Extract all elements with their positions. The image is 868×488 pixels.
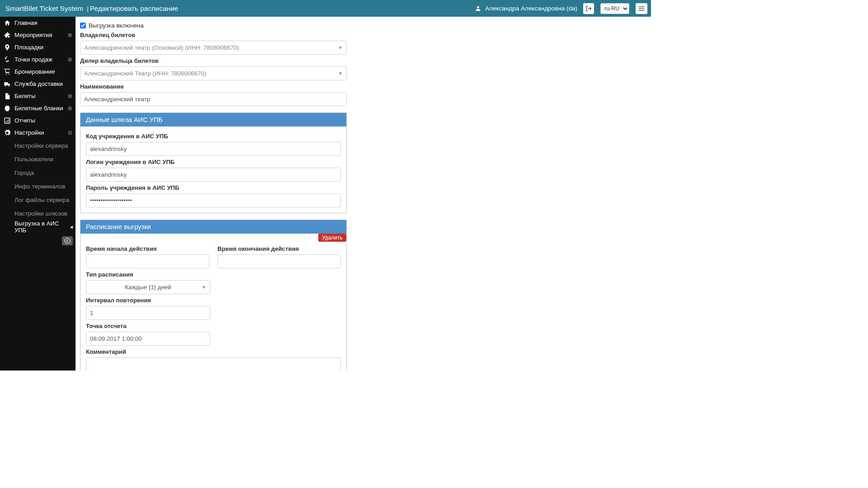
caret-down-icon: ▼ — [338, 45, 343, 50]
svg-point-4 — [6, 74, 7, 75]
delete-button[interactable]: Удалить — [318, 234, 346, 242]
end-input[interactable] — [217, 254, 341, 268]
dealer-label: Дилер владельца билетов — [80, 57, 347, 64]
sidebar-item-delivery[interactable]: Служба доставки — [0, 78, 75, 90]
sidebar-sub-label: Пользователи — [14, 156, 53, 163]
sidebar-item-settings[interactable]: Настройки ⊟ — [0, 127, 75, 139]
name-input[interactable] — [80, 92, 347, 106]
print-icon — [4, 105, 11, 112]
sidebar-item-events[interactable]: Мероприятия ⊞ — [0, 29, 75, 41]
menu-button[interactable] — [636, 3, 647, 14]
gear-icon — [4, 129, 11, 136]
sidebar-item-label: Точки продаж — [14, 56, 68, 63]
comment-label: Комментарий — [86, 348, 341, 355]
page-title: Редактировать расписание — [90, 5, 179, 13]
upload-enabled-label: Выгрузка включена — [89, 22, 144, 29]
user-block: Александра Александровна (da) ru-RU — [475, 3, 647, 14]
schedule-panel-title: Расписание выгрузки — [80, 220, 346, 234]
sidebar-sub-logs[interactable]: Лог файлы сервера — [0, 193, 75, 206]
user-name[interactable]: Александра Александровна (da) — [485, 5, 577, 12]
dealer-select[interactable]: Александринский Театр (ИНН: 7808006670) … — [80, 66, 347, 80]
title-separator: | — [87, 5, 89, 12]
cart-icon — [4, 68, 11, 75]
chevron-right-icon: ◂ — [70, 224, 73, 230]
owner-select[interactable]: Александринский театр (Основной) (ИНН: 7… — [80, 41, 347, 55]
name-label: Наименование — [80, 83, 347, 90]
svg-point-6 — [5, 85, 6, 86]
user-icon — [475, 5, 481, 12]
login-input[interactable] — [86, 168, 341, 182]
login-label: Логин учреждения в АИС УПБ — [86, 159, 341, 165]
interval-input[interactable] — [86, 306, 210, 320]
end-label: Время окончания действия — [217, 245, 341, 252]
sidebar-item-booking[interactable]: Бронирование — [0, 66, 75, 78]
sidebar: Главная Мероприятия ⊞ Площадки Точки про… — [0, 17, 75, 371]
type-select[interactable]: Каждые {1} дней ▼ — [86, 280, 210, 294]
sidebar-item-label: Отчеты — [14, 117, 72, 124]
interval-label: Интервал повторения — [86, 297, 210, 304]
code-input[interactable] — [86, 142, 341, 156]
sidebar-item-tickets[interactable]: Билеты ⊞ — [0, 90, 75, 102]
sidebar-item-label: Служба доставки — [14, 80, 72, 87]
sidebar-sub-users[interactable]: Пользователи — [0, 152, 75, 166]
sidebar-sub-label: Города — [14, 169, 34, 176]
sidebar-item-label: Билеты — [14, 93, 68, 99]
owner-label: Владелец билетов — [80, 32, 347, 38]
pin-icon — [4, 44, 11, 51]
sidebar-sub-label: Настройки шлюзов — [14, 210, 67, 217]
upload-enabled-checkbox[interactable] — [80, 23, 86, 28]
svg-point-7 — [9, 85, 10, 86]
sidebar-item-label: Площадки — [14, 44, 72, 51]
app-title: SmartBilet Ticket System — [5, 5, 83, 13]
comment-textarea[interactable] — [86, 357, 341, 371]
upload-enabled-row: Выгрузка включена — [80, 22, 347, 29]
logout-button[interactable] — [583, 3, 594, 14]
header: SmartBilet Ticket System | Редактировать… — [0, 0, 651, 17]
sidebar-item-home[interactable]: Главная — [0, 17, 75, 29]
language-select[interactable]: ru-RU — [600, 3, 629, 14]
anchor-input[interactable] — [86, 332, 210, 346]
start-input[interactable] — [86, 254, 209, 268]
home-icon — [4, 19, 11, 27]
code-label: Код учреждения в АИС УПБ — [86, 133, 341, 140]
sidebar-sub-cities[interactable]: Города — [0, 166, 75, 179]
chart-icon — [4, 117, 11, 124]
doc-icon — [4, 93, 11, 100]
svg-point-0 — [477, 6, 479, 9]
sidebar-item-blanks[interactable]: Билетные бланки ⊞ — [0, 102, 75, 114]
sidebar-sub-gateways[interactable]: Настройки шлюзов — [0, 206, 75, 220]
puzzle-icon — [4, 32, 11, 39]
sidebar-sub-label: Настройки сервера — [14, 142, 68, 149]
sidebar-item-label: Настройки — [14, 129, 68, 136]
gateway-panel-title: Данные шлюза АИС УПБ — [80, 113, 346, 127]
owner-select-value: Александринский театр (Основной) (ИНН: 7… — [84, 44, 239, 51]
svg-point-9 — [65, 238, 70, 244]
sidebar-item-label: Мероприятия — [14, 32, 68, 38]
sidebar-sub-ais-upb[interactable]: Выгрузка в АИС УПБ ◂ — [0, 220, 75, 234]
type-select-value: Каждые {1} дней — [90, 284, 206, 291]
schedule-panel: Расписание выгрузки Удалить Время начала… — [80, 220, 347, 371]
sidebar-sub-label: Лог файлы сервера — [14, 197, 69, 203]
sidebar-collapse-button[interactable] — [62, 236, 73, 245]
caret-down-icon: ▼ — [338, 71, 343, 76]
sidebar-item-label: Билетные бланки — [14, 105, 68, 112]
dollar-icon — [4, 56, 11, 63]
main-content: Выгрузка включена Владелец билетов Алекс… — [75, 17, 651, 371]
sidebar-item-pos[interactable]: Точки продаж ⊞ — [0, 53, 75, 66]
anchor-label: Точка отсчета — [86, 323, 210, 329]
svg-point-5 — [9, 74, 9, 75]
sidebar-item-reports[interactable]: Отчеты — [0, 114, 75, 127]
sidebar-sub-label: Инфо терминалов — [14, 183, 65, 190]
expand-icon: ⊞ — [68, 105, 72, 111]
collapse-icon: ⊟ — [68, 130, 72, 136]
sidebar-sub-terminals[interactable]: Инфо терминалов — [0, 179, 75, 193]
expand-icon: ⊞ — [68, 56, 72, 62]
sidebar-item-venues[interactable]: Площадки — [0, 41, 75, 53]
truck-icon — [4, 80, 11, 88]
start-label: Время начала действия — [86, 245, 209, 252]
sidebar-sub-server-settings[interactable]: Настройки сервера — [0, 139, 75, 152]
password-label: Пароль учреждения в АИС УПБ — [86, 184, 341, 191]
type-label: Тип расписания — [86, 271, 210, 278]
password-input[interactable] — [86, 193, 341, 207]
gateway-panel: Данные шлюза АИС УПБ Код учреждения в АИ… — [80, 113, 347, 213]
